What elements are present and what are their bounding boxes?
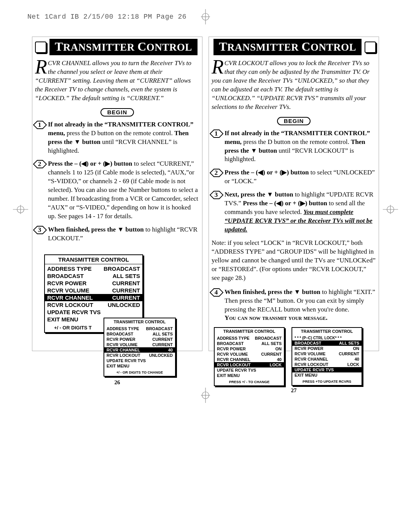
corner-box-icon	[365, 42, 376, 53]
step-3: 3 When finished, press the ▼ button to h…	[35, 225, 199, 243]
registration-mark-left	[13, 205, 28, 214]
section-title: TRANSMITTER CONTROL	[49, 39, 198, 55]
registration-mark-top	[201, 9, 210, 24]
menu-illustrations-left: TRANSMITTER CONTROL ADDRESS TYPEBROADCAS…	[35, 254, 199, 372]
step-2: 2 Press the – (◀) or + (▶) button to sel…	[212, 168, 376, 186]
intro-paragraph: RCVR CHANNEL allows you to turn the Rece…	[35, 59, 199, 103]
osd-menu-lockout: TRANSMITTER CONTROL ADDRESS TYPEBROADCAS…	[214, 327, 285, 386]
step-number-icon: 3	[33, 225, 45, 235]
svg-text:2: 2	[215, 169, 218, 176]
registration-mark-right	[383, 205, 398, 214]
step-number-icon: 4	[209, 288, 221, 297]
step-1: 1 If not already in the “TRANSMITTER CON…	[35, 120, 199, 155]
step-number-icon: 2	[209, 168, 221, 177]
step-2: 2 Press the – (◀) or + (▶) button to sel…	[35, 160, 199, 221]
imposition-header: Net 1Card IB 2/15/00 12:18 PM Page 26	[27, 13, 186, 21]
menu-illustrations-right: TRANSMITTER CONTROL ADDRESS TYPEBROADCAS…	[212, 327, 376, 380]
svg-text:3: 3	[215, 191, 218, 198]
step-1: 1 If not already in the “TRANSMITTER CON…	[212, 129, 376, 164]
svg-text:1: 1	[38, 121, 41, 128]
section-title: TRANSMITTER CONTROL	[213, 39, 362, 55]
section-title-row: TRANSMITTER CONTROL	[212, 39, 376, 55]
osd-menu-small: TRANSMITTER CONTROL ADDRESS TYPEBROADCAS…	[104, 318, 176, 377]
osd-menu-update: TRANSMITTER CONTROL * * * (P–C) CTRL LOC…	[292, 327, 362, 386]
svg-text:2: 2	[38, 160, 41, 168]
step-4: 4 When finished, press the ▼ button to h…	[212, 288, 376, 323]
section-title-row: TRANSMITTER CONTROL	[35, 39, 199, 55]
intro-paragraph: RCVR LOCKOUT allows you to lock the Rece…	[212, 59, 376, 112]
step-number-icon: 2	[33, 160, 45, 169]
step-number-icon: 1	[33, 120, 45, 129]
svg-text:4: 4	[215, 289, 218, 296]
page-number: 26	[35, 379, 199, 386]
manual-page-spread: Net 1Card IB 2/15/00 12:18 PM Page 26 TR…	[0, 0, 411, 532]
page-number: 27	[212, 387, 376, 394]
page-left: TRANSMITTER CONTROL RCVR CHANNEL allows …	[35, 39, 199, 394]
begin-badge: BEGIN	[277, 117, 311, 125]
step-number-icon: 3	[209, 190, 221, 200]
dropcap-r: R	[212, 59, 225, 75]
begin-badge: BEGIN	[100, 108, 134, 117]
svg-text:1: 1	[215, 130, 218, 137]
step-3: 3 Next, press the ▼ button to highlight …	[212, 190, 376, 234]
page-right: TRANSMITTER CONTROL RCVR LOCKOUT allows …	[212, 39, 376, 394]
step-number-icon: 1	[209, 129, 221, 138]
dropcap-r: R	[35, 59, 48, 75]
corner-box-icon	[35, 42, 46, 53]
note-paragraph: Note: if you select “LOCK” in “RCVR LOCK…	[212, 239, 376, 283]
svg-text:3: 3	[38, 226, 41, 233]
